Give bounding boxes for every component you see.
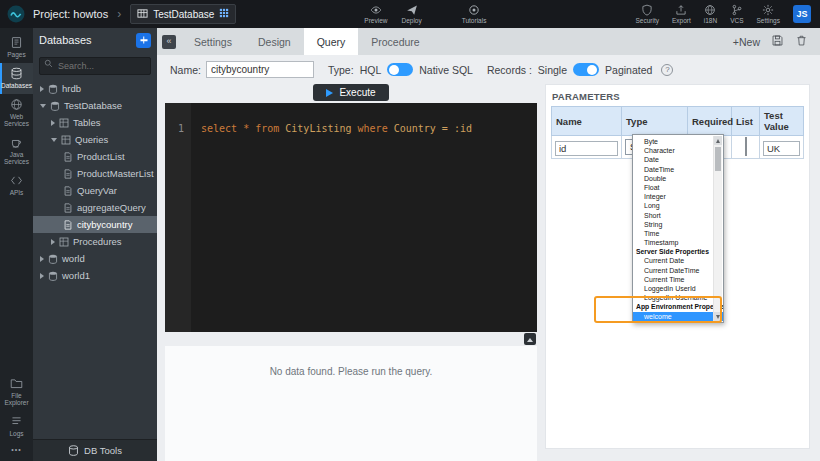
security-button[interactable]: Security: [635, 4, 658, 24]
collapse-panel-icon[interactable]: «: [162, 35, 176, 49]
caret-expanded-icon: [51, 138, 57, 142]
dropdown-option[interactable]: LoggedIn UserId: [633, 284, 723, 293]
tree-item-productlist[interactable]: ProductList: [33, 148, 157, 165]
wavemaker-logo[interactable]: [7, 5, 25, 23]
rail-item-apis[interactable]: APIs: [0, 170, 33, 201]
tree-item-productmasterlist[interactable]: ProductMasterList: [33, 165, 157, 182]
settings-button[interactable]: Settings: [757, 4, 781, 24]
tab-settings[interactable]: Settings: [181, 28, 245, 55]
scrollbar-thumb[interactable]: [715, 147, 721, 171]
tab-design[interactable]: Design: [245, 28, 304, 55]
type-option-hql[interactable]: HQL: [360, 64, 382, 76]
dropdown-option[interactable]: Double: [633, 174, 723, 183]
tree-item-hrdb[interactable]: hrdb: [33, 80, 157, 97]
db-tools-button[interactable]: DB Tools: [33, 439, 157, 461]
type-toggle[interactable]: [387, 63, 413, 76]
rail-item-file-explorer[interactable]: File Explorer: [0, 373, 33, 411]
records-toggle[interactable]: [573, 63, 599, 76]
dropdown-option[interactable]: Short: [633, 211, 723, 220]
dropdown-option[interactable]: Current Date: [633, 256, 723, 265]
wavemaker-studio: Project: howtos › TestDatabase Preview D…: [0, 0, 820, 461]
tree-item-world[interactable]: world: [33, 250, 157, 267]
dropdown-option[interactable]: Date: [633, 155, 723, 164]
database-table-icon: [137, 8, 148, 21]
query-name-input[interactable]: [206, 61, 314, 78]
param-name-input[interactable]: [555, 141, 618, 156]
rail-more-button[interactable]: •••: [0, 442, 33, 461]
dropdown-option[interactable]: Long: [633, 201, 723, 210]
dropdown-option[interactable]: Current DateTime: [633, 266, 723, 275]
dropdown-group-app-environment: App Environment Properties: [633, 302, 723, 311]
new-query-button[interactable]: +New: [733, 36, 760, 48]
tab-query[interactable]: Query: [304, 28, 359, 55]
list-checkbox[interactable]: [745, 137, 747, 156]
records-option-single[interactable]: Single: [538, 64, 567, 76]
dropdown-option[interactable]: String: [633, 220, 723, 229]
tree-item-world1[interactable]: world1: [33, 267, 157, 284]
collapse-results-icon[interactable]: [524, 333, 536, 345]
sidebar-header: Databases: [33, 28, 157, 52]
database-icon: [48, 271, 58, 281]
column-name: Name: [552, 107, 622, 136]
dropdown-option[interactable]: LoggedIn Username: [633, 293, 723, 302]
type-dropdown-list: Byte Character Date DateTime Double Floa…: [632, 134, 724, 323]
rail-item-pages[interactable]: Pages: [0, 32, 33, 63]
dropdown-scrollbar[interactable]: [713, 136, 722, 321]
rail-item-web-services[interactable]: Web Services: [0, 94, 33, 132]
vcs-icon: [731, 4, 743, 16]
scroll-up-icon[interactable]: [714, 136, 722, 145]
tree-item-queryvar[interactable]: QueryVar: [33, 182, 157, 199]
dropdown-option[interactable]: Character: [633, 146, 723, 155]
i18n-button[interactable]: i18N: [704, 4, 717, 24]
dropdown-option[interactable]: DateTime: [633, 165, 723, 174]
scroll-down-icon[interactable]: [714, 312, 722, 321]
export-button[interactable]: Export: [672, 4, 691, 24]
type-option-nativesql[interactable]: Native SQL: [419, 64, 473, 76]
tutorials-button[interactable]: Tutorials: [462, 4, 487, 24]
database-selector[interactable]: TestDatabase: [130, 4, 236, 24]
rail-item-databases[interactable]: Databases: [0, 63, 33, 94]
delete-button[interactable]: [795, 33, 808, 51]
databases-sidebar: Databases hrdb TestDatabase Tables: [33, 28, 157, 461]
user-avatar[interactable]: JS: [793, 5, 811, 23]
query-toolbar: Name: Type: HQL Native SQL Records : Sin…: [157, 55, 820, 84]
dropdown-option[interactable]: Float: [633, 183, 723, 192]
settings-icon: [762, 4, 774, 16]
param-test-value-input[interactable]: [763, 141, 800, 156]
tree-item-aggregatequery[interactable]: aggregateQuery: [33, 199, 157, 216]
vcs-button[interactable]: VCS: [730, 4, 743, 24]
deploy-button[interactable]: Deploy: [401, 4, 421, 24]
line-number: 1: [165, 103, 191, 332]
caret-expanded-icon: [40, 104, 46, 108]
dropdown-option-welcome[interactable]: welcome: [633, 312, 723, 321]
execute-button[interactable]: Execute: [313, 84, 388, 101]
dropdown-option[interactable]: Current Time: [633, 275, 723, 284]
results-panel: No data found. Please run the query.: [165, 346, 537, 461]
query-file-icon: [63, 169, 73, 179]
toggle-knob: [587, 65, 597, 75]
search-input[interactable]: [39, 57, 151, 75]
app-grid-icon: [219, 8, 229, 20]
sql-editor[interactable]: 1 select * from CityListing where Countr…: [165, 103, 537, 332]
tree-item-testdatabase[interactable]: TestDatabase: [33, 97, 157, 114]
column-list: List: [732, 107, 760, 136]
dropdown-option[interactable]: Byte: [633, 137, 723, 146]
help-icon[interactable]: ?: [661, 64, 673, 76]
dropdown-option[interactable]: Integer: [633, 192, 723, 201]
tree-item-queries[interactable]: Queries: [33, 131, 157, 148]
tree-item-tables[interactable]: Tables: [33, 114, 157, 131]
tree-item-procedures[interactable]: Procedures: [33, 233, 157, 250]
preview-button[interactable]: Preview: [364, 4, 387, 24]
column-type: Type: [622, 107, 688, 136]
save-button[interactable]: [771, 33, 784, 51]
caret-collapsed-icon: [40, 273, 44, 279]
records-option-paginated[interactable]: Paginated: [605, 64, 652, 76]
tab-procedure[interactable]: Procedure: [358, 28, 432, 55]
dropdown-option[interactable]: Time: [633, 229, 723, 238]
add-database-button[interactable]: [136, 33, 151, 48]
tree-item-citybycountry[interactable]: citybycountry: [33, 216, 157, 233]
rail-item-logs[interactable]: Logs: [0, 411, 33, 442]
rail-item-java-services[interactable]: Java Services: [0, 132, 33, 170]
dropdown-option[interactable]: Timestamp: [633, 238, 723, 247]
table-grid-icon: [59, 118, 69, 128]
